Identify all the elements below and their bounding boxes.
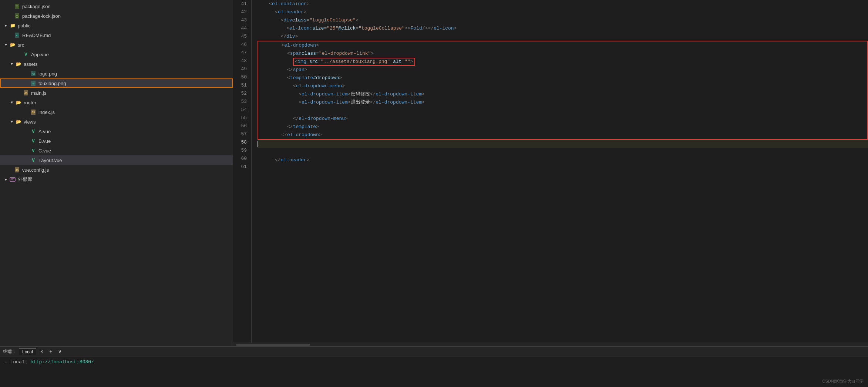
- expand-arrow-router: ▼: [9, 100, 15, 105]
- sidebar-item-views[interactable]: ▼ 📂 views: [0, 117, 233, 127]
- editor-area: 41 42 43 44 45 46 47 48 49 50 51 52 53 5…: [233, 0, 868, 346]
- terminal-tabs: 终端： Local × + ∨: [0, 347, 868, 357]
- sidebar-item-b-vue[interactable]: V B.vue: [0, 136, 233, 146]
- folder-icon-views: 📂: [15, 118, 22, 125]
- public-label: public: [18, 23, 30, 28]
- terminal-label: 终端：: [3, 349, 16, 355]
- js-icon-main: JS: [22, 89, 30, 97]
- spacer: [16, 51, 22, 57]
- sidebar-item-a-vue[interactable]: V A.vue: [0, 127, 233, 136]
- sidebar-item-external-lib[interactable]: ▶ 外部库: [0, 175, 233, 184]
- sidebar-item-c-vue[interactable]: V C.vue: [0, 146, 233, 155]
- touxiang-png-label: touxiang.png: [38, 81, 66, 86]
- sidebar-item-main-js[interactable]: JS main.js: [0, 88, 233, 98]
- spacer: [24, 71, 30, 77]
- code-container: 41 42 43 44 45 46 47 48 49 50 51 52 53 5…: [233, 0, 868, 343]
- spacer: [24, 138, 30, 144]
- svg-rect-16: [10, 178, 15, 181]
- scrollbar-thumb[interactable]: [236, 344, 310, 346]
- line-num-61: 61: [233, 163, 247, 171]
- code-line-55: </el-dropdown-menu>: [258, 115, 867, 123]
- sidebar-item-public[interactable]: ▶ 📁 public: [0, 21, 233, 30]
- terminal-down-btn[interactable]: ∨: [57, 349, 63, 355]
- code-line-58: [258, 140, 868, 148]
- vue-icon-layout: V: [30, 157, 37, 164]
- json-icon: {}: [13, 12, 21, 20]
- line-num-56: 56: [233, 122, 247, 130]
- svg-text:{}: {}: [16, 5, 18, 8]
- code-line-46: <el-dropdown>: [258, 41, 867, 50]
- sidebar-item-index-js[interactable]: JS index.js: [0, 107, 233, 117]
- code-line-50: <template #dropdown>: [258, 74, 867, 82]
- line-num-55: 55: [233, 114, 247, 122]
- code-line-42: <el-header>: [258, 8, 868, 16]
- sidebar-item-logo-png[interactable]: PNG logo.png: [0, 69, 233, 78]
- spacer: [16, 90, 22, 96]
- png-icon-touxiang: PNG: [30, 80, 37, 87]
- line-numbers: 41 42 43 44 45 46 47 48 49 50 51 52 53 5…: [233, 0, 252, 343]
- sidebar-item-src[interactable]: ▼ 📂 src: [0, 40, 233, 50]
- line-num-58: 58: [233, 138, 247, 147]
- code-line-53: <el-dropdown-item>退出登录</el-dropdown-item…: [258, 98, 867, 107]
- js-icon-vueconfig: JS: [13, 166, 21, 174]
- svg-text:{}: {}: [16, 15, 18, 18]
- layout-vue-label: Layout.vue: [38, 158, 62, 163]
- line-num-52: 52: [233, 90, 247, 98]
- svg-text:JS: JS: [16, 169, 18, 172]
- code-line-54: [258, 107, 867, 115]
- line-num-43: 43: [233, 16, 247, 24]
- line-num-60: 60: [233, 155, 247, 163]
- sidebar: {} package.json {} package-lock.json ▶ 📁…: [0, 0, 233, 346]
- sidebar-item-touxiang-png[interactable]: PNG touxiang.png: [0, 78, 233, 88]
- expand-arrow-src: ▼: [3, 42, 9, 48]
- sidebar-item-assets[interactable]: ▼ 📂 assets: [0, 59, 233, 69]
- line-num-47: 47: [233, 49, 247, 57]
- line-num-45: 45: [233, 33, 247, 41]
- sidebar-item-package-lock-json[interactable]: {} package-lock.json: [0, 11, 233, 21]
- views-label: views: [24, 119, 36, 125]
- sidebar-item-package-json[interactable]: {} package.json: [0, 1, 233, 11]
- terminal-content: - Local: http://localhost:8080/: [0, 357, 868, 367]
- horizontal-scrollbar[interactable]: [233, 343, 868, 346]
- sidebar-item-readme[interactable]: MD README.md: [0, 30, 233, 40]
- code-line-57: </el-dropdown>: [258, 131, 867, 139]
- lib-icon: [9, 176, 16, 183]
- spacer: [7, 167, 13, 173]
- vue-icon-app: V: [22, 51, 30, 58]
- expand-arrow-lib: ▶: [3, 176, 9, 182]
- code-line-49: </span>: [258, 66, 867, 74]
- vue-icon-b: V: [30, 137, 37, 145]
- app-vue-label: App.vue: [31, 52, 49, 57]
- code-line-61: [258, 164, 868, 172]
- b-vue-label: B.vue: [38, 138, 51, 144]
- spacer: [24, 128, 30, 134]
- expand-arrow-views: ▼: [9, 119, 15, 125]
- code-line-48: <img src="../assets/touxiang.png" alt=""…: [258, 58, 867, 66]
- line-num-50: 50: [233, 73, 247, 81]
- c-vue-label: C.vue: [38, 148, 51, 154]
- logo-png-label: logo.png: [38, 71, 57, 77]
- sidebar-item-router[interactable]: ▼ 📂 router: [0, 98, 233, 107]
- spacer: [7, 3, 13, 9]
- expand-arrow-public: ▶: [3, 23, 9, 28]
- terminal-link[interactable]: http://localhost:8080/: [30, 359, 94, 365]
- svg-text:JS: JS: [24, 92, 27, 95]
- terminal-close-btn[interactable]: ×: [39, 349, 45, 355]
- svg-text:PNG: PNG: [31, 83, 35, 85]
- code-line-44: <el-icon :size="25" @click="toggleCollap…: [258, 24, 868, 33]
- terminal-line1-text: - Local:: [4, 359, 30, 365]
- folder-icon-src: 📂: [9, 41, 16, 48]
- main-area: {} package.json {} package-lock.json ▶ 📁…: [0, 0, 868, 346]
- sidebar-item-app-vue[interactable]: V App.vue: [0, 50, 233, 59]
- line-num-54: 54: [233, 106, 247, 114]
- code-content[interactable]: <el-container> <el-header> <div class="t…: [252, 0, 868, 343]
- index-js-label: index.js: [38, 110, 55, 115]
- line-num-49: 49: [233, 65, 247, 73]
- terminal-add-btn[interactable]: +: [48, 349, 54, 355]
- vue-config-label: vue.config.js: [22, 167, 49, 173]
- terminal-tab-local[interactable]: Local: [19, 348, 36, 355]
- sidebar-item-layout-vue[interactable]: V Layout.vue: [0, 155, 233, 165]
- svg-text:MD: MD: [16, 35, 18, 37]
- sidebar-item-vue-config[interactable]: JS vue.config.js: [0, 165, 233, 175]
- readme-label: README.md: [22, 33, 51, 38]
